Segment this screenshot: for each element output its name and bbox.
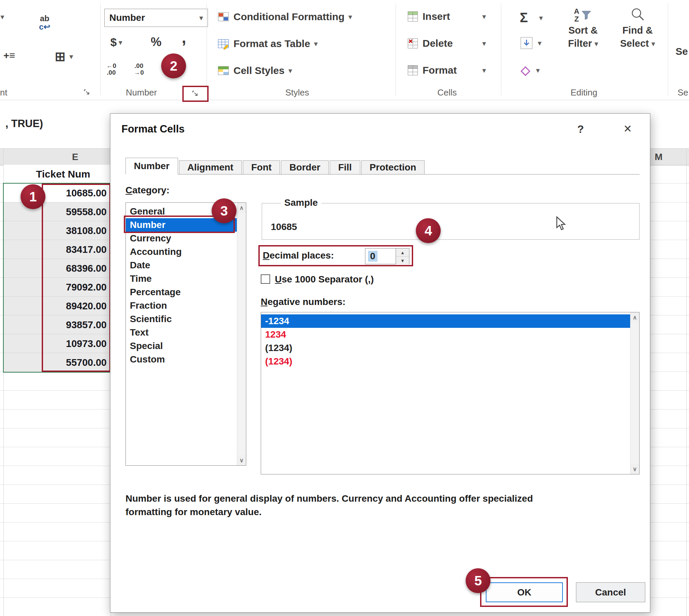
category-currency[interactable]: Currency — [126, 232, 237, 245]
accounting-format-button[interactable]: $ ▾ — [110, 36, 122, 49]
column-header-m[interactable]: M — [655, 152, 663, 162]
alignment-dialog-launcher-icon[interactable] — [83, 88, 91, 97]
conditional-formatting-icon — [217, 11, 230, 23]
format-cells-button[interactable]: Format ▾ — [407, 65, 486, 76]
column-header-e[interactable]: E — [72, 152, 79, 162]
category-text[interactable]: Text — [126, 326, 237, 339]
sort-filter-label-line1: Sort & — [568, 25, 598, 36]
format-label: Format — [423, 65, 457, 76]
merge-center-button[interactable]: ⊞ ▾ — [55, 49, 73, 64]
category-fraction[interactable]: Fraction — [126, 299, 237, 312]
negative-option-red[interactable]: 1234 — [261, 328, 630, 341]
wrap-text-icon[interactable]: ab c↩ — [39, 14, 50, 31]
increase-decimal-glyph-top: ←0 — [106, 63, 116, 69]
thousand-separator-checkbox[interactable] — [261, 274, 270, 284]
sort-filter-label-line2: Filter — [568, 38, 592, 49]
sample-legend: Sample — [281, 197, 321, 208]
chevron-down-icon: ▾ — [595, 40, 598, 47]
format-as-table-label: Format as Table — [234, 38, 310, 49]
format-cells-icon — [407, 65, 418, 76]
funnel-icon — [581, 10, 592, 21]
delete-label: Delete — [423, 38, 453, 49]
decimal-places-input[interactable]: 0 — [365, 248, 396, 264]
number-format-combo[interactable]: Number ▾ — [104, 9, 208, 27]
delete-cells-icon — [407, 38, 418, 49]
excel-screenshot: ▾ ab c↩ +≡ ⊞ ▾ nt Number ▾ $ ▾ % , ←0 .0… — [0, 0, 689, 616]
delete-cells-button[interactable]: Delete ▾ — [407, 38, 486, 49]
dialog-title: Format Cells — [122, 123, 185, 135]
fill-down-icon — [520, 36, 533, 50]
category-custom[interactable]: Custom — [126, 353, 237, 366]
group-separator — [668, 3, 668, 95]
group-separator — [100, 3, 101, 95]
conditional-formatting-button[interactable]: Conditional Formatting ▾ — [217, 11, 352, 23]
number-dialog-launcher-icon[interactable] — [191, 89, 199, 99]
sort-filter-button[interactable]: A Z Sort & Filter ▾ — [561, 7, 605, 49]
cells-group-label: Cells — [437, 87, 457, 98]
wrap-text-glyph-bottom: c↩ — [39, 23, 50, 31]
spin-up-icon[interactable]: ▴ — [396, 248, 409, 257]
ok-button[interactable]: OK — [486, 582, 563, 602]
wrap-text-glyph-top: ab — [40, 14, 49, 23]
tab-font[interactable]: Font — [243, 160, 280, 174]
tab-border[interactable]: Border — [281, 160, 329, 174]
category-date[interactable]: Date — [126, 259, 237, 272]
tab-alignment[interactable]: Alignment — [179, 160, 242, 174]
decrease-decimal-glyph-top: .00 — [134, 63, 143, 69]
category-label: Category: — [126, 185, 170, 196]
conditional-formatting-label: Conditional Formatting — [234, 11, 345, 23]
fill-button[interactable]: ▾ — [520, 36, 541, 50]
editing-group-label: Editing — [570, 87, 598, 98]
sample-value: 10685 — [271, 222, 297, 232]
scroll-up-icon[interactable]: ∧ — [237, 203, 246, 213]
spin-down-icon[interactable]: ▾ — [396, 257, 409, 264]
chevron-down-icon: ▾ — [482, 13, 486, 20]
sensitivity-group-label: Se — [677, 87, 688, 98]
category-accounting[interactable]: Accounting — [126, 245, 237, 259]
annotation-badge-5: 5 — [466, 568, 491, 593]
annotation-badge-4: 4 — [416, 218, 441, 243]
close-icon[interactable]: × — [624, 121, 631, 136]
scroll-down-icon[interactable]: ∨ — [630, 464, 639, 474]
clear-button[interactable]: ◇ ▾ — [521, 63, 540, 77]
chevron-down-icon[interactable]: ▾ — [1, 14, 4, 20]
negative-option-parens[interactable]: (1234) — [261, 341, 630, 355]
chevron-down-icon: ▾ — [119, 39, 122, 46]
autosum-button[interactable]: Σ ▾ — [520, 10, 543, 25]
cell-selection-border — [3, 183, 111, 373]
category-time[interactable]: Time — [126, 272, 237, 285]
cell-styles-button[interactable]: Cell Styles ▾ — [217, 65, 292, 77]
chevron-down-icon: ▾ — [199, 15, 203, 21]
category-scrollbar[interactable]: ∧ ∨ — [237, 203, 246, 465]
insert-cells-button[interactable]: Insert ▾ — [407, 11, 486, 22]
gridline — [686, 148, 687, 616]
increase-decimal-button[interactable]: ←0 .00 — [106, 63, 116, 76]
category-percentage[interactable]: Percentage — [126, 285, 237, 299]
tab-number[interactable]: Number — [126, 158, 178, 175]
cell-ticket-number-header[interactable]: Ticket Num — [4, 165, 111, 183]
percent-style-button[interactable]: % — [151, 35, 162, 49]
indent-icon[interactable]: +≡ — [3, 50, 15, 61]
tab-protection[interactable]: Protection — [361, 160, 425, 174]
category-scientific[interactable]: Scientific — [126, 312, 237, 326]
format-as-table-button[interactable]: Format as Table ▾ — [217, 38, 318, 50]
help-button[interactable]: ? — [577, 123, 584, 135]
decrease-decimal-button[interactable]: .00 →0 — [134, 63, 144, 76]
negative-scrollbar[interactable]: ∧ ∨ — [630, 312, 639, 474]
formula-bar-text[interactable]: , TRUE) — [5, 118, 43, 130]
thousand-separator-label: Use 1000 Separator (,) — [275, 274, 374, 285]
cancel-button[interactable]: Cancel — [576, 582, 645, 602]
scroll-down-icon[interactable]: ∨ — [237, 455, 246, 465]
negative-option-minus[interactable]: -1234 — [261, 314, 630, 328]
alignment-group-label: nt — [0, 87, 7, 98]
comma-style-button[interactable]: , — [182, 28, 186, 47]
category-special[interactable]: Special — [126, 339, 237, 353]
group-separator — [207, 3, 207, 95]
scroll-up-icon[interactable]: ∧ — [630, 312, 639, 323]
negative-option-parens-red[interactable]: (1234) — [261, 355, 630, 368]
tab-fill[interactable]: Fill — [330, 160, 360, 174]
negative-numbers-listbox: -1234 1234 (1234) (1234) ∧ ∨ — [261, 312, 640, 475]
autosum-sigma-icon: Σ — [520, 10, 528, 25]
sensitivity-button[interactable]: Se — [675, 46, 688, 57]
find-select-button[interactable]: Find & Select ▾ — [612, 7, 663, 49]
